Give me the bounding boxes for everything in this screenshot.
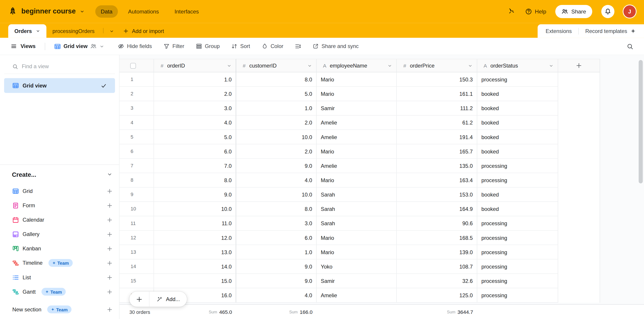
record-templates-button[interactable]: Record templates (585, 28, 636, 34)
column-header-orderID[interactable]: #orderID (154, 59, 236, 72)
cell-orderPrice[interactable]: 125.0 (397, 288, 477, 303)
add-with-ai-button[interactable]: Add... (150, 292, 187, 307)
vertical-scrollbar[interactable] (638, 58, 643, 303)
create-section-header[interactable]: Create... (0, 165, 119, 184)
cell-orderStatus[interactable]: booked (477, 188, 558, 202)
nav-tab-data[interactable]: Data (96, 6, 118, 18)
table-tab-orders[interactable]: Orders (8, 24, 46, 38)
cell-orderPrice[interactable]: 191.4 (397, 130, 477, 144)
create-item-calendar[interactable]: Calendar (0, 213, 119, 227)
cell-orderStatus[interactable]: processing (477, 73, 558, 87)
row-number[interactable]: 5 (120, 130, 154, 144)
row-number[interactable]: 1 (120, 73, 154, 87)
user-avatar[interactable]: J (624, 6, 636, 18)
row-number[interactable]: 7 (120, 159, 154, 173)
column-header-orderStatus[interactable]: AorderStatus (477, 59, 558, 72)
extensions-button[interactable]: Extensions (546, 28, 572, 34)
create-item-kanban[interactable]: Kanban (0, 241, 119, 256)
column-header-orderPrice[interactable]: #orderPrice (397, 59, 477, 72)
cell-employeeName[interactable]: Amelie (316, 159, 396, 173)
cell-employeeName[interactable]: Sarah (316, 202, 396, 216)
cell-orderID[interactable]: 5.0 (154, 130, 236, 144)
cell-orderPrice[interactable]: 139.0 (397, 245, 477, 259)
create-item-list[interactable]: List (0, 270, 119, 284)
row-number[interactable]: 12 (120, 231, 154, 245)
cell-employeeName[interactable]: Mario (316, 245, 396, 259)
filter-button[interactable]: Filter (159, 40, 189, 52)
cell-orderStatus[interactable]: processing (477, 231, 558, 245)
cell-orderID[interactable]: 11.0 (154, 216, 236, 231)
add-field-button[interactable] (558, 59, 600, 72)
row-number[interactable]: 15 (120, 274, 154, 288)
cell-orderPrice[interactable]: 111.2 (397, 101, 477, 116)
cell-orderID[interactable]: 3.0 (154, 101, 236, 116)
cell-orderPrice[interactable]: 153.0 (397, 188, 477, 202)
cell-customerID[interactable]: 4.0 (236, 288, 316, 303)
cell-customerID[interactable]: 9.0 (236, 159, 316, 173)
cell-customerID[interactable]: 9.0 (236, 259, 316, 274)
cell-orderStatus[interactable]: processing (477, 245, 558, 259)
row-number[interactable]: 4 (120, 116, 154, 130)
cell-customerID[interactable]: 2.0 (236, 144, 316, 159)
cell-employeeName[interactable]: Mario (316, 144, 396, 159)
cell-orderStatus[interactable]: processing (477, 159, 558, 173)
cell-employeeName[interactable]: Sarah (316, 188, 396, 202)
cell-customerID[interactable]: 5.0 (236, 87, 316, 101)
nav-tab-automations[interactable]: Automations (123, 6, 164, 18)
group-button[interactable]: Group (191, 40, 224, 52)
row-number[interactable]: 6 (120, 144, 154, 159)
create-item-form[interactable]: Form (0, 198, 119, 212)
hide-fields-button[interactable]: Hide fields (114, 40, 156, 52)
color-button[interactable]: Color (257, 40, 288, 52)
cell-customerID[interactable]: 1.0 (236, 101, 316, 116)
cell-employeeName[interactable]: Yoko (316, 259, 396, 274)
history-button[interactable] (509, 8, 516, 15)
cell-orderPrice[interactable]: 150.3 (397, 73, 477, 87)
create-item-grid[interactable]: Grid (0, 184, 119, 198)
help-button[interactable]: Help (526, 8, 546, 15)
cell-orderPrice[interactable]: 161.1 (397, 87, 477, 101)
current-view-button[interactable]: Grid view (50, 40, 108, 53)
cell-orderStatus[interactable]: processing (477, 274, 558, 288)
cell-employeeName[interactable]: Amelie (316, 130, 396, 144)
cell-customerID[interactable]: 1.0 (236, 245, 316, 259)
column-summary-orderPrice[interactable]: Sum3644.7 (397, 305, 477, 319)
column-header-employeeName[interactable]: AemployeeName (316, 59, 396, 72)
cell-employeeName[interactable]: Sarah (316, 216, 396, 231)
row-number[interactable]: 2 (120, 87, 154, 101)
cell-employeeName[interactable]: Mario (316, 73, 396, 87)
row-number[interactable]: 14 (120, 259, 154, 274)
cell-customerID[interactable]: 3.0 (236, 216, 316, 231)
cell-orderID[interactable]: 14.0 (154, 259, 236, 274)
cell-orderID[interactable]: 1.0 (154, 73, 236, 87)
cell-employeeName[interactable]: Mario (316, 173, 396, 188)
cell-orderPrice[interactable]: 90.6 (397, 216, 477, 231)
add-or-import-button[interactable]: Add or import (118, 24, 170, 38)
select-all-cell[interactable] (120, 59, 154, 72)
cell-orderStatus[interactable]: booked (477, 202, 558, 216)
cell-customerID[interactable]: 10.0 (236, 130, 316, 144)
add-record-button[interactable] (129, 292, 150, 307)
cell-orderPrice[interactable]: 108.7 (397, 259, 477, 274)
row-number[interactable]: 8 (120, 173, 154, 188)
share-and-sync-button[interactable]: Share and sync (308, 40, 363, 52)
create-item-new-section[interactable]: New sectionTeam (0, 302, 119, 316)
cell-orderPrice[interactable]: 61.2 (397, 116, 477, 130)
cell-orderStatus[interactable]: processing (477, 173, 558, 188)
cell-orderStatus[interactable]: booked (477, 116, 558, 130)
cell-employeeName[interactable]: Amelie (316, 288, 396, 303)
cell-orderID[interactable]: 8.0 (154, 173, 236, 188)
cell-orderPrice[interactable]: 165.7 (397, 144, 477, 159)
cell-customerID[interactable]: 4.0 (236, 173, 316, 188)
views-button[interactable]: Views (6, 40, 40, 52)
table-list-dropdown[interactable] (106, 24, 118, 38)
cell-orderID[interactable]: 7.0 (154, 159, 236, 173)
cell-orderStatus[interactable]: booked (477, 101, 558, 116)
cell-orderID[interactable]: 10.0 (154, 202, 236, 216)
row-number[interactable]: 13 (120, 245, 154, 259)
cell-employeeName[interactable]: Samir (316, 274, 396, 288)
table-tab-processing-orders[interactable]: processingOrders (46, 24, 100, 38)
cell-employeeName[interactable]: Mario (316, 87, 396, 101)
find-view-input[interactable] (22, 63, 107, 69)
cell-orderID[interactable]: 13.0 (154, 245, 236, 259)
